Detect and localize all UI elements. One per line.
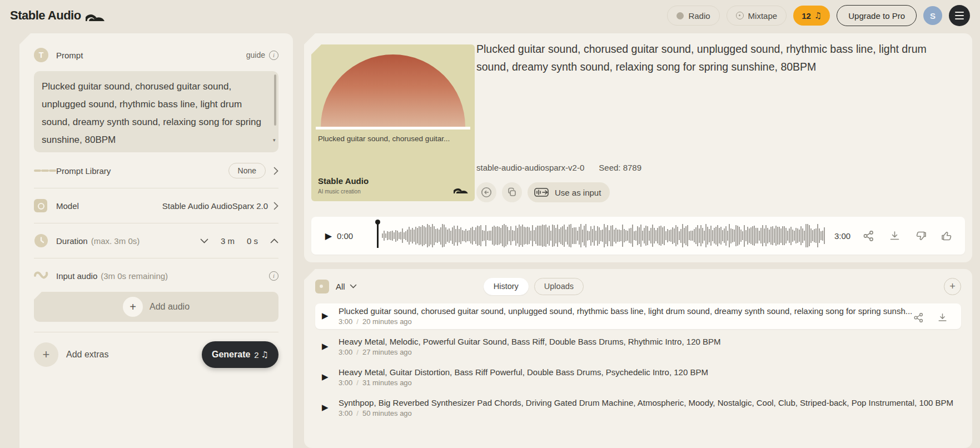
prompt-text: Plucked guitar sound, chorused guitar so… bbox=[42, 81, 261, 145]
track-row-title: Heavy Metal, Guitar Distortion, Bass Rif… bbox=[339, 367, 953, 377]
current-track-panel: Plucked guitar sound, chorused guitar...… bbox=[304, 33, 972, 262]
track-actions: Use as input bbox=[476, 182, 610, 202]
track-duration: 3:00 bbox=[339, 317, 352, 326]
model-label: Model bbox=[56, 201, 79, 211]
thumbs-down-icon[interactable] bbox=[915, 230, 927, 242]
prompt-library-value[interactable]: None bbox=[228, 163, 266, 178]
tab-uploads[interactable]: Uploads bbox=[534, 278, 584, 295]
library-tabs: History Uploads bbox=[484, 278, 584, 295]
album-art-dome bbox=[321, 54, 465, 127]
prompt-library-icon bbox=[34, 168, 56, 173]
credits-count: 12 bbox=[802, 11, 811, 21]
add-extras-icon[interactable]: + bbox=[34, 342, 58, 367]
upgrade-to-pro-button[interactable]: Upgrade to Pro bbox=[837, 5, 917, 26]
thumbs-up-icon[interactable] bbox=[941, 230, 953, 242]
add-extras-label: Add extras bbox=[66, 350, 108, 360]
add-button[interactable]: + bbox=[944, 278, 961, 295]
use-as-input-icon bbox=[534, 187, 550, 197]
share-icon[interactable] bbox=[863, 230, 874, 242]
track-row[interactable]: ▶ Plucked guitar sound, chorused guitar … bbox=[315, 303, 961, 329]
album-art[interactable]: Plucked guitar sound, chorused guitar...… bbox=[311, 44, 475, 201]
download-icon[interactable] bbox=[889, 230, 901, 242]
album-art-brand: Stable Audio bbox=[318, 176, 369, 186]
prompt-scrollbar[interactable]: ▾ bbox=[273, 74, 277, 149]
stable-audio-app: Stable Audio Radio Mixtape 12 ♫ Upgrade … bbox=[0, 0, 980, 448]
play-icon[interactable]: ▶ bbox=[322, 367, 339, 390]
play-icon[interactable]: ▶ bbox=[322, 337, 339, 360]
track-timestamp: 50 minutes ago bbox=[362, 409, 412, 417]
playhead[interactable] bbox=[377, 223, 379, 248]
duration-minutes[interactable]: 3 m bbox=[221, 236, 235, 246]
radio-button[interactable]: Radio bbox=[667, 6, 719, 26]
track-row[interactable]: ▶ Synthpop, Big Reverbed Synthesizer Pad… bbox=[315, 395, 961, 421]
track-row-title: Plucked guitar sound, chorused guitar so… bbox=[339, 306, 913, 316]
copy-button[interactable] bbox=[502, 182, 522, 202]
track-row-meta: 3:00 / 20 minutes ago bbox=[339, 317, 913, 326]
divider bbox=[34, 188, 278, 188]
model-value: Stable Audio AudioSparx 2.0 bbox=[162, 201, 268, 211]
add-audio-button[interactable]: + Add audio bbox=[34, 292, 278, 322]
use-as-input-label: Use as input bbox=[555, 188, 601, 197]
prompt-input[interactable]: Plucked guitar sound, chorused guitar so… bbox=[34, 71, 278, 152]
brand-logo[interactable]: Stable Audio bbox=[10, 8, 105, 23]
hamburger-menu-button[interactable] bbox=[949, 5, 970, 26]
revert-button[interactable] bbox=[476, 182, 496, 202]
album-art-subtitle: AI music creation bbox=[318, 188, 361, 195]
total-time: 3:00 bbox=[834, 231, 850, 241]
chevron-down-icon bbox=[350, 284, 357, 288]
divider bbox=[34, 332, 278, 332]
track-duration: 3:00 bbox=[339, 409, 352, 417]
model-icon bbox=[34, 199, 47, 212]
filter-dropdown[interactable]: All bbox=[336, 282, 357, 291]
waveform[interactable] bbox=[382, 223, 827, 248]
duration-decrease-icon[interactable] bbox=[200, 238, 208, 243]
track-list: ▶ Plucked guitar sound, chorused guitar … bbox=[315, 303, 961, 421]
share-icon[interactable] bbox=[913, 312, 924, 323]
guide-label: guide bbox=[246, 51, 265, 59]
play-icon[interactable]: ▶ bbox=[322, 306, 339, 329]
track-row[interactable]: ▶ Heavy Metal, Melodic, Powerful Guitar … bbox=[315, 334, 961, 360]
mixtape-disc-icon bbox=[736, 12, 744, 19]
header-actions: Radio Mixtape 12 ♫ Upgrade to Pro S bbox=[667, 5, 970, 26]
scroll-down-icon: ▾ bbox=[273, 131, 276, 149]
mixtape-button[interactable]: Mixtape bbox=[727, 6, 787, 26]
seed-value: Seed: 8789 bbox=[599, 163, 641, 172]
model-row[interactable]: Model Stable Audio AudioSparx 2.0 bbox=[34, 196, 278, 215]
track-row-meta: 3:00 / 27 minutes ago bbox=[339, 348, 953, 356]
model-id: stable-audio-audiosparx-v2-0 bbox=[476, 163, 584, 172]
download-icon[interactable] bbox=[937, 312, 948, 323]
meta-separator: / bbox=[356, 409, 359, 417]
tag-icon bbox=[315, 280, 329, 293]
input-audio-row: Input audio (3m 0s remaining) i bbox=[34, 266, 278, 285]
footer-row: + Add extras Generate 2 ♫ bbox=[34, 341, 278, 368]
avatar[interactable]: S bbox=[923, 6, 942, 25]
prompt-library-row[interactable]: Prompt Library None bbox=[34, 161, 278, 180]
tab-history[interactable]: History bbox=[484, 278, 529, 295]
prompt-guide-link[interactable]: guide i bbox=[246, 51, 278, 60]
credits-badge[interactable]: 12 ♫ bbox=[793, 6, 830, 26]
info-icon: i bbox=[269, 51, 278, 60]
generate-credits: 2 bbox=[254, 350, 258, 360]
duration-increase-icon[interactable] bbox=[270, 238, 278, 243]
track-row-meta: 3:00 / 50 minutes ago bbox=[339, 409, 953, 417]
play-icon[interactable]: ▶ bbox=[322, 398, 339, 421]
generation-sidebar: T Prompt guide i Plucked guitar sound, c… bbox=[19, 33, 293, 448]
info-icon[interactable]: i bbox=[269, 271, 278, 281]
chevron-right-icon bbox=[273, 202, 278, 210]
track-timestamp: 31 minutes ago bbox=[362, 379, 412, 387]
duration-seconds[interactable]: 0 s bbox=[247, 236, 258, 246]
duration-hint: (max. 3m 0s) bbox=[91, 236, 140, 246]
brand-name: Stable Audio bbox=[10, 8, 81, 23]
generate-button[interactable]: Generate 2 ♫ bbox=[202, 341, 278, 368]
meta-separator: / bbox=[356, 317, 359, 326]
input-audio-label: Input audio bbox=[56, 271, 97, 281]
use-as-input-button[interactable]: Use as input bbox=[528, 182, 610, 202]
track-timestamp: 20 minutes ago bbox=[362, 317, 412, 326]
track-title: Plucked guitar sound, chorused guitar so… bbox=[476, 40, 949, 76]
generate-label: Generate bbox=[212, 350, 250, 360]
track-row[interactable]: ▶ Heavy Metal, Guitar Distortion, Bass R… bbox=[315, 365, 961, 390]
play-button[interactable]: ▶ bbox=[320, 231, 337, 241]
track-duration: 3:00 bbox=[339, 348, 352, 356]
audio-player: ▶ 0:00 3:00 bbox=[311, 217, 965, 255]
input-audio-icon bbox=[34, 270, 56, 282]
